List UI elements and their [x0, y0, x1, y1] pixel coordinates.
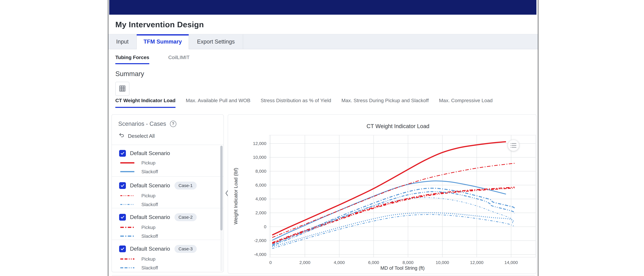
pickup-line-sample — [120, 195, 135, 197]
scenario-label: Default Scenario — [130, 150, 170, 156]
tick-label: 10,000 — [253, 155, 266, 160]
tick-label: 0 — [269, 260, 272, 265]
scenario-case-badge: Case-3 — [174, 245, 197, 253]
summary-heading: Summary — [115, 70, 144, 78]
chart-tab-max-available-pull-wob[interactable]: Max. Available Pull and WOB — [186, 98, 250, 108]
help-icon[interactable]: ? — [170, 121, 176, 127]
legend-label: Slackoff — [142, 169, 158, 174]
content-area: My Intervention Design Input TFM Summary… — [108, 0, 538, 276]
legend-row-slackoff: Slackoff — [120, 233, 223, 239]
scenario-label: Default Scenario — [130, 214, 170, 220]
chart-tab-max-compressive-load[interactable]: Max. Compressive Load — [439, 98, 493, 108]
scenario-checkbox[interactable] — [119, 182, 126, 189]
chart-context-menu-button[interactable] — [508, 140, 519, 151]
legend-row-pickup: Pickup — [120, 225, 223, 230]
scenarios-cases-header: Scenarios - Cases ? — [118, 120, 176, 127]
legend-label: Slackoff — [142, 265, 158, 270]
legend-label: Pickup — [142, 256, 156, 262]
legend-label: Pickup — [142, 193, 156, 198]
scenario-checkbox[interactable] — [119, 245, 126, 252]
undo-arrow-icon — [119, 132, 125, 140]
tick-label: 2,000 — [300, 260, 310, 265]
summary-chart-tabs: CT Weight Indicator Load Max. Available … — [115, 98, 493, 108]
legend-row-pickup: Pickup — [120, 160, 223, 166]
tick-label: 4,000 — [334, 260, 345, 265]
top-nav-bar — [109, 0, 536, 15]
legend-row-slackoff: Slackoff — [120, 169, 223, 174]
scenario-list-scrollbar — [220, 146, 222, 271]
next-card-top-edge — [112, 275, 535, 276]
scenarios-cases-panel: Scenarios - Cases ? Deselect All — [112, 114, 224, 272]
tick-label: 0 — [264, 224, 266, 229]
table-view-button[interactable] — [115, 82, 130, 96]
tab-tfm-summary[interactable]: TFM Summary — [137, 34, 189, 49]
series-case-2-slackoff — [272, 188, 514, 245]
scenario-checkbox[interactable] — [119, 214, 126, 221]
slackoff-line-sample — [120, 171, 135, 173]
tick-label: 10,000 — [436, 260, 449, 265]
tick-label: 6,000 — [368, 260, 379, 265]
scenario-label: Default Scenario — [130, 183, 170, 189]
legend-row-pickup: Pickup — [120, 256, 223, 262]
tick-label: 12,000 — [253, 141, 266, 146]
chart-tab-ct-weight-indicator-load[interactable]: CT Weight Indicator Load — [115, 98, 176, 108]
tick-label: 12,000 — [470, 260, 484, 265]
legend-row-slackoff: Slackoff — [120, 202, 223, 207]
chart-card: 02,0004,0006,0008,00010,00012,00014,000-… — [228, 114, 536, 274]
chart-tab-max-stress-pickup-slackoff[interactable]: Max. Stress During Pickup and Slackoff — [342, 98, 429, 108]
chart-tab-stress-distribution[interactable]: Stress Distribution as % of Yield — [261, 98, 331, 108]
app-root: My Intervention Design Input TFM Summary… — [0, 0, 644, 276]
tick-label: 8,000 — [256, 169, 266, 174]
pickup-line-sample — [120, 162, 135, 164]
chart-title: CT Weight Indicator Load — [366, 123, 430, 129]
tab-export-settings[interactable]: Export Settings — [189, 34, 243, 49]
slackoff-line-sample — [120, 203, 135, 206]
scenario-list-item: Default Scenario Case-2 PickupSlackoff — [112, 208, 223, 240]
slackoff-line-sample — [120, 267, 135, 269]
tick-label: 14,000 — [504, 260, 518, 265]
series-default-scenario-pickup — [272, 142, 506, 235]
x-axis-title: MD of Tool String (ft) — [380, 265, 424, 271]
scenario-case-badge: Case-1 — [174, 182, 197, 190]
tick-label: 4,000 — [256, 196, 266, 201]
scenario-checkbox[interactable] — [119, 150, 126, 157]
legend-label: Pickup — [142, 225, 156, 230]
deselect-all-button[interactable]: Deselect All — [119, 132, 155, 140]
slackoff-line-sample — [120, 235, 135, 237]
legend-label: Slackoff — [142, 233, 158, 239]
legend-label: Slackoff — [142, 202, 158, 207]
tick-label: 8,000 — [402, 260, 414, 265]
tick-label: -2,000 — [254, 238, 266, 243]
y-axis-title: Weight Indicator Load (lbf) — [233, 168, 238, 224]
series-case-3-pickup — [272, 188, 514, 244]
subtab-coillimit[interactable]: CoilLIMIT — [168, 55, 190, 64]
main-tab-strip: Input TFM Summary Export Settings — [108, 34, 538, 49]
legend-row-slackoff: Slackoff — [120, 265, 223, 270]
tick-label: 2,000 — [256, 210, 266, 215]
deselect-all-label: Deselect All — [128, 133, 155, 139]
scenario-list-item: Default Scenario PickupSlackoff — [112, 145, 223, 177]
tick-label: 6,000 — [256, 183, 266, 188]
chart-series — [272, 142, 514, 249]
page-title: My Intervention Design — [115, 20, 204, 29]
tick-label: -4,000 — [254, 252, 266, 257]
table-grid-icon — [118, 85, 126, 93]
scenario-list-item: Default Scenario Case-3 PickupSlackoff — [112, 240, 223, 271]
legend-label: Pickup — [142, 160, 156, 166]
tab-input[interactable]: Input — [108, 34, 137, 49]
series-case-1-pickup — [272, 163, 514, 237]
pickup-line-sample — [120, 258, 135, 260]
ct-weight-indicator-load-chart: 02,0004,0006,0008,00010,00012,00014,000-… — [228, 115, 536, 273]
scenario-list: Default Scenario PickupSlackoff Default … — [112, 145, 223, 271]
scenario-list-item: Default Scenario Case-1 PickupSlackoff — [112, 177, 223, 208]
legend-row-pickup: Pickup — [120, 193, 223, 198]
pickup-line-sample — [120, 226, 135, 228]
scenario-case-badge: Case-2 — [174, 213, 197, 221]
subtab-tubing-forces[interactable]: Tubing Forces — [115, 55, 149, 64]
scenario-label: Default Scenario — [130, 246, 170, 252]
sub-tab-strip: Tubing Forces CoilLIMIT — [115, 55, 190, 64]
scenarios-cases-title: Scenarios - Cases — [118, 120, 166, 127]
scrollbar-thumb[interactable] — [220, 146, 222, 230]
